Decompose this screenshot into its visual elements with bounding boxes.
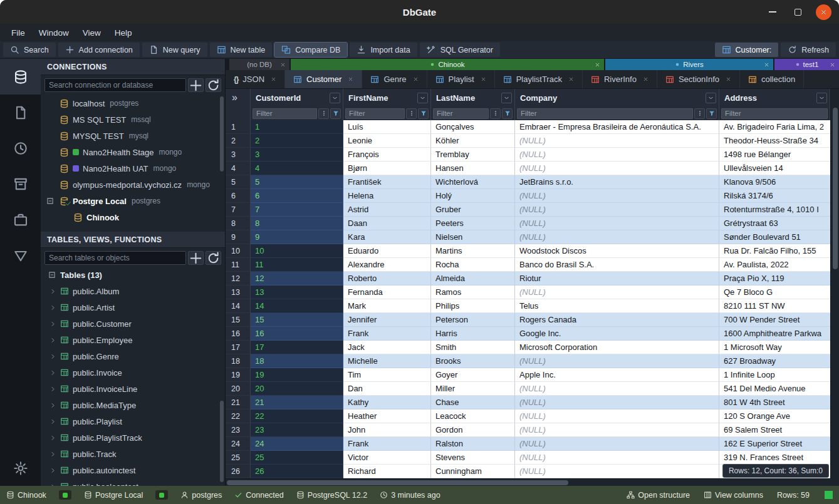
cell-company[interactable]: Rogers Canada xyxy=(515,313,719,327)
grid-row-19[interactable]: 1919TimGoyerApple Inc.1 Infinite Loop xyxy=(226,368,839,382)
connection-olympus-medportal-vychozi-cz[interactable]: olympus-medportal.vychozi.czmongo xyxy=(41,177,225,193)
tabgroup-rivers[interactable]: Rivers xyxy=(605,59,773,70)
table-public-customer[interactable]: public.Customer xyxy=(41,316,225,332)
cell-company[interactable]: Woodstock Discos xyxy=(515,244,719,258)
grid-row-16[interactable]: 1616FrankHarrisGoogle Inc.1600 Amphithea… xyxy=(226,327,839,341)
status-chinook[interactable]: Chinook xyxy=(6,491,46,500)
tabgroup-no-db[interactable]: (no DB) xyxy=(229,59,289,70)
cell-lastname[interactable]: Cunningham xyxy=(431,465,515,478)
toolbar-import-data[interactable]: Import data xyxy=(350,43,417,57)
filter-input-company[interactable] xyxy=(517,108,693,119)
cell-company[interactable]: Banco do Brasil S.A. xyxy=(515,258,719,272)
cell-customerid[interactable]: 19 xyxy=(251,368,343,382)
cell-customerid[interactable]: 20 xyxy=(251,382,343,396)
cell-company[interactable]: (NULL) xyxy=(515,354,719,368)
context-table-button[interactable]: Customer: xyxy=(715,43,779,57)
cell-customerid[interactable]: 4 xyxy=(251,162,343,175)
grid-row-25[interactable]: 2525VictorStevens(NULL)319 N. Frances St… xyxy=(226,451,839,465)
horizontal-scrollbar[interactable] xyxy=(226,478,830,486)
grid-row-7[interactable]: 77AstridGruber(NULL)Rotenturmstraße 4, 1… xyxy=(226,203,839,217)
column-header-address[interactable]: Address xyxy=(719,89,830,106)
cell-firstname[interactable]: Frank xyxy=(343,437,431,451)
table-public-employee[interactable]: public.Employee xyxy=(41,332,225,348)
rail-briefcase-button[interactable] xyxy=(0,202,41,237)
grid-row-2[interactable]: 22LeonieKöhler(NULL)Theodor-Heuss-Straße… xyxy=(226,134,839,148)
grid-row-20[interactable]: 2020DanMiller(NULL)541 Del Medio Avenue xyxy=(226,382,839,396)
cell-lastname[interactable]: Ramos xyxy=(431,285,515,299)
connection-search-input[interactable] xyxy=(44,78,186,92)
cell-customerid[interactable]: 11 xyxy=(251,258,343,272)
column-header-lastname[interactable]: LastName xyxy=(431,89,515,106)
toolbar-new-query[interactable]: New query xyxy=(142,43,207,57)
table-public-booleantest[interactable]: public.booleantest xyxy=(41,478,225,486)
add-table-button[interactable] xyxy=(188,251,204,265)
cell-company[interactable]: (NULL) xyxy=(515,134,719,148)
filter-funnel-button[interactable] xyxy=(418,108,429,119)
cell-address[interactable]: 627 Broadway xyxy=(719,354,839,368)
filter-input-firstname[interactable] xyxy=(345,108,405,119)
minimize-button[interactable] xyxy=(764,4,780,20)
cell-customerid[interactable]: 8 xyxy=(251,217,343,230)
cell-address[interactable]: Rua Dr. Falcão Filho, 155 xyxy=(719,244,839,258)
cell-company[interactable]: (NULL) xyxy=(515,423,719,437)
grid-row-1[interactable]: 11LuísGonçalvesEmbraer - Empresa Brasile… xyxy=(226,120,839,134)
tabgroup-chinook[interactable]: Chinook xyxy=(291,59,604,70)
filter-menu-button[interactable] xyxy=(406,108,417,119)
connections-scrollbar[interactable] xyxy=(220,96,224,172)
cell-lastname[interactable]: Philips xyxy=(431,299,515,313)
connection-chinook[interactable]: Chinook xyxy=(41,209,225,225)
connection-postgre-local[interactable]: Postgre Localpostgres xyxy=(41,193,225,209)
vertical-scrollbar[interactable] xyxy=(830,89,839,478)
cell-address[interactable]: Theodor-Heuss-Straße 34 xyxy=(719,134,839,148)
filter-input-customerid[interactable] xyxy=(253,108,317,119)
tab-playlist[interactable]: Playlist xyxy=(427,70,495,88)
cell-firstname[interactable]: Jack xyxy=(343,341,431,354)
cell-lastname[interactable]: Martins xyxy=(431,244,515,258)
cell-address[interactable]: 801 W 4th Street xyxy=(719,396,839,409)
tabgroup-test1[interactable]: test1 xyxy=(774,59,839,70)
cell-company[interactable]: (NULL) xyxy=(515,437,719,451)
rail-database-button[interactable] xyxy=(0,59,41,95)
cell-address[interactable]: Av. Paulista, 2022 xyxy=(719,258,839,272)
close-icon[interactable] xyxy=(595,62,600,68)
close-icon[interactable] xyxy=(568,76,574,82)
grid-row-24[interactable]: 2424FrankRalston(NULL)162 E Superior Str… xyxy=(226,437,839,451)
cell-address[interactable]: Rotenturmstraße 4, 1010 I xyxy=(719,203,839,217)
connection-nano2health-stage[interactable]: Nano2Health Stagemongo xyxy=(41,144,225,160)
cell-lastname[interactable]: Gruber xyxy=(431,203,515,217)
rail-settings-button[interactable] xyxy=(0,450,41,486)
cell-customerid[interactable]: 25 xyxy=(251,451,343,465)
cell-lastname[interactable]: Leacock xyxy=(431,409,515,423)
grid-row-18[interactable]: 1818MichelleBrooks(NULL)627 Broadway xyxy=(226,354,839,368)
cell-customerid[interactable]: 2 xyxy=(251,134,343,148)
cell-address[interactable]: Sønder Boulevard 51 xyxy=(719,230,839,244)
tab-collection[interactable]: collection xyxy=(740,70,804,88)
cell-firstname[interactable]: Leonie xyxy=(343,134,431,148)
grid-row-13[interactable]: 1313FernandaRamos(NULL)Qe 7 Bloco G xyxy=(226,285,839,299)
cell-lastname[interactable]: Ralston xyxy=(431,437,515,451)
status-3-minutes-ago[interactable]: 3 minutes ago xyxy=(380,491,440,500)
cell-firstname[interactable]: Michelle xyxy=(343,354,431,368)
column-header-company[interactable]: Company xyxy=(515,89,719,106)
cell-company[interactable]: (NULL) xyxy=(515,217,719,230)
cell-firstname[interactable]: François xyxy=(343,148,431,162)
column-header-firstname[interactable]: FirstName xyxy=(343,89,431,106)
cell-address[interactable]: 700 W Pender Street xyxy=(719,313,839,327)
cell-address[interactable]: Klanova 9/506 xyxy=(719,175,839,189)
cell-lastname[interactable]: Rocha xyxy=(431,258,515,272)
cell-firstname[interactable]: Kara xyxy=(343,230,431,244)
cell-lastname[interactable]: Brooks xyxy=(431,354,515,368)
cell-lastname[interactable]: Miller xyxy=(431,382,515,396)
toolbar-search[interactable]: Search xyxy=(3,43,56,57)
filter-input-lastname[interactable] xyxy=(433,108,489,119)
cell-company[interactable]: Microsoft Corporation xyxy=(515,341,719,354)
toolbar-add-connection[interactable]: Add connection xyxy=(58,43,140,57)
tables-group-toggle[interactable]: Tables (13) xyxy=(41,267,225,283)
cell-company[interactable]: JetBrains s.r.o. xyxy=(515,175,719,189)
tab-customer[interactable]: Customer xyxy=(285,70,362,88)
menu-help[interactable]: Help xyxy=(108,26,138,39)
status-notification-badge[interactable] xyxy=(59,490,71,500)
cell-company[interactable]: (NULL) xyxy=(515,203,719,217)
status-notification-badge[interactable] xyxy=(155,490,168,500)
table-public-mediatype[interactable]: public.MediaType xyxy=(41,397,225,413)
